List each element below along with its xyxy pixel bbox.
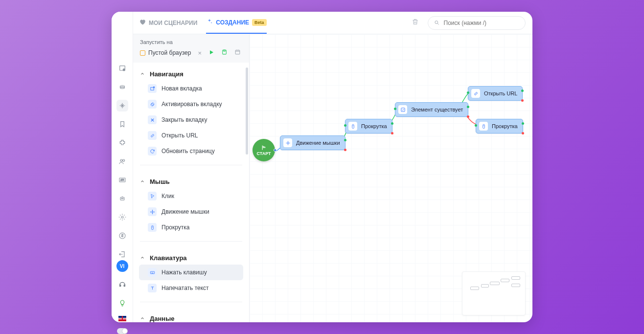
run-schedule-button[interactable] [234, 49, 241, 57]
node-element-exists-label: Элемент существует [411, 107, 463, 112]
svg-rect-16 [235, 50, 240, 54]
rail-dollar-icon[interactable] [116, 230, 128, 242]
badge-beta: Beta [252, 19, 267, 26]
heart-icon [139, 19, 146, 27]
scroll-icon [148, 223, 157, 232]
tab-create-label: СОЗДАНИЕ [216, 19, 249, 26]
run-target-label: Пустой браузер [148, 49, 191, 56]
action-scroll[interactable]: Прокрутка [139, 220, 243, 235]
section-navigation-header[interactable]: Навигация [139, 67, 243, 81]
link-icon [471, 89, 480, 98]
app-window: МОИ СЦЕНАРИИ СОЗДАНИЕ Beta Запустить на … [112, 12, 532, 322]
action-click-label: Клик [161, 193, 174, 200]
run-target-remove[interactable]: × [198, 49, 202, 57]
svg-rect-18 [151, 225, 153, 229]
rail-gear-icon[interactable] [116, 211, 128, 223]
node-scroll-1[interactable]: Прокрутка [345, 119, 392, 134]
click-icon [148, 192, 157, 200]
new-tab-icon [148, 84, 157, 93]
svg-point-11 [121, 216, 123, 218]
type-icon [148, 284, 157, 292]
action-activate-tab-label: Активировать вкладку [161, 101, 222, 108]
element-exists-icon [398, 105, 407, 114]
action-open-url[interactable]: Открыть URL [139, 128, 243, 143]
node-open-url-label: Открыть URL [484, 90, 517, 96]
svg-point-3 [120, 87, 124, 89]
rail-robot-icon[interactable] [116, 193, 128, 204]
rail-extension-icon[interactable] [116, 137, 128, 149]
scroll-icon [348, 122, 357, 131]
svg-rect-23 [483, 124, 484, 128]
action-new-tab-label: Новая вкладка [161, 85, 202, 92]
search-box[interactable] [428, 16, 526, 30]
move-icon [283, 138, 292, 147]
node-start[interactable]: СТАРТ [253, 139, 275, 161]
browser-icon [140, 50, 145, 56]
svg-point-5 [122, 159, 124, 161]
rail-flow-icon[interactable] [116, 100, 128, 111]
svg-rect-14 [223, 50, 227, 54]
node-scroll-1-label: Прокрутка [361, 123, 387, 129]
minimap[interactable] [462, 271, 526, 315]
header: МОИ СЦЕНАРИИ СОЗДАНИЕ Beta [112, 12, 532, 34]
rail-theme-toggle[interactable] [117, 328, 128, 334]
flow-canvas[interactable]: СТАРТ Движение мышки Прокрутка Элемент с… [250, 34, 532, 322]
rail-page-icon[interactable] [116, 63, 128, 74]
avatar[interactable]: VI [116, 260, 128, 272]
delete-button[interactable] [412, 18, 419, 27]
svg-rect-19 [150, 271, 154, 274]
section-mouse-header[interactable]: Мышь [139, 175, 243, 188]
rail-users-icon[interactable] [116, 156, 128, 167]
section-keyboard-header[interactable]: Клавиатура [139, 251, 243, 265]
rail-logout-icon[interactable] [116, 248, 128, 260]
section-navigation-title: Навигация [150, 70, 184, 78]
run-play-button[interactable] [208, 49, 214, 57]
action-close-tab[interactable]: Закрыть вкладку [139, 112, 243, 128]
action-press-key[interactable]: Нажать клавишу [139, 265, 243, 280]
reload-icon [148, 147, 157, 156]
search-input[interactable] [444, 20, 519, 26]
action-move[interactable]: Движение мышки [139, 204, 243, 220]
rail-api-icon[interactable]: API [116, 174, 128, 186]
run-bar: Запустить на Пустой браузер × [133, 34, 249, 63]
action-new-tab[interactable]: Новая вкладка [139, 81, 243, 96]
sparkle-icon [206, 18, 213, 26]
node-mouse-move-label: Движение мышки [296, 140, 340, 146]
node-element-exists[interactable]: Элемент существует [395, 102, 468, 117]
rail-bookmark-icon[interactable] [116, 118, 128, 130]
node-open-url[interactable]: Открыть URL [468, 86, 523, 101]
rail-headset-icon[interactable] [116, 279, 128, 290]
svg-text:API: API [120, 179, 124, 181]
close-tab-icon [148, 115, 157, 124]
rail-rings-icon[interactable] [116, 81, 128, 93]
run-save-button[interactable] [221, 49, 228, 57]
rail-bulb-icon[interactable] [116, 297, 128, 309]
section-keyboard-title: Клавиатура [150, 254, 187, 262]
tab-create[interactable]: СОЗДАНИЕ Beta [206, 12, 266, 34]
keyboard-icon [148, 268, 157, 277]
tab-my-scenarios[interactable]: МОИ СЦЕНАРИИ [139, 12, 197, 34]
svg-point-13 [435, 21, 438, 24]
action-press-key-label: Нажать клавишу [161, 269, 207, 276]
svg-rect-22 [401, 108, 404, 111]
action-activate-tab[interactable]: Активировать вкладку [139, 96, 243, 112]
node-mouse-move[interactable]: Движение мышки [280, 135, 345, 150]
activate-tab-icon [148, 100, 157, 109]
section-data-header[interactable]: Данные [139, 312, 243, 322]
svg-rect-15 [224, 50, 225, 51]
left-rail: API VI [112, 12, 133, 322]
node-start-label: СТАРТ [256, 151, 271, 156]
chevron-up-icon [140, 315, 145, 322]
action-click[interactable]: Клик [139, 188, 243, 204]
action-type-text[interactable]: Напечатать текст [139, 280, 243, 296]
node-scroll-2[interactable]: Прокрутка [476, 119, 523, 134]
action-reload[interactable]: Обновить страницу [139, 143, 243, 159]
section-mouse-title: Мышь [150, 178, 170, 185]
panel-scrollbar[interactable] [246, 67, 248, 155]
svg-point-10 [122, 198, 123, 199]
svg-point-4 [120, 159, 122, 161]
rail-lang-flag[interactable] [118, 316, 126, 321]
svg-point-1 [123, 69, 125, 71]
run-target-chip[interactable]: Пустой браузер [140, 49, 191, 56]
link-icon [148, 131, 157, 140]
